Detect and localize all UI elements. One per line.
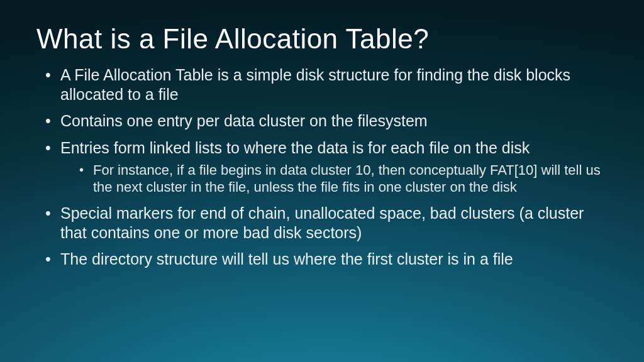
list-item: The directory structure will tell us whe… [45, 250, 613, 269]
bullet-text: Entries form linked lists to where the d… [60, 139, 530, 156]
slide: What is a File Allocation Table? A File … [0, 0, 644, 362]
sub-list: For instance, if a file begins in data c… [60, 162, 613, 196]
slide-title: What is a File Allocation Table? [36, 24, 613, 54]
bullet-text: Special markers for end of chain, unallo… [60, 204, 584, 241]
sub-bullet-text: For instance, if a file begins in data c… [93, 162, 601, 195]
bullet-text: A File Allocation Table is a simple disk… [60, 66, 570, 103]
list-item: Entries form linked lists to where the d… [45, 138, 613, 196]
list-item: A File Allocation Table is a simple disk… [45, 65, 613, 104]
bullet-text: Contains one entry per data cluster on t… [60, 112, 428, 129]
bullet-list: A File Allocation Table is a simple disk… [36, 65, 613, 268]
sub-list-item: For instance, if a file begins in data c… [79, 162, 613, 196]
bullet-text: The directory structure will tell us whe… [60, 250, 513, 268]
list-item: Contains one entry per data cluster on t… [45, 111, 613, 131]
list-item: Special markers for end of chain, unallo… [45, 204, 613, 242]
